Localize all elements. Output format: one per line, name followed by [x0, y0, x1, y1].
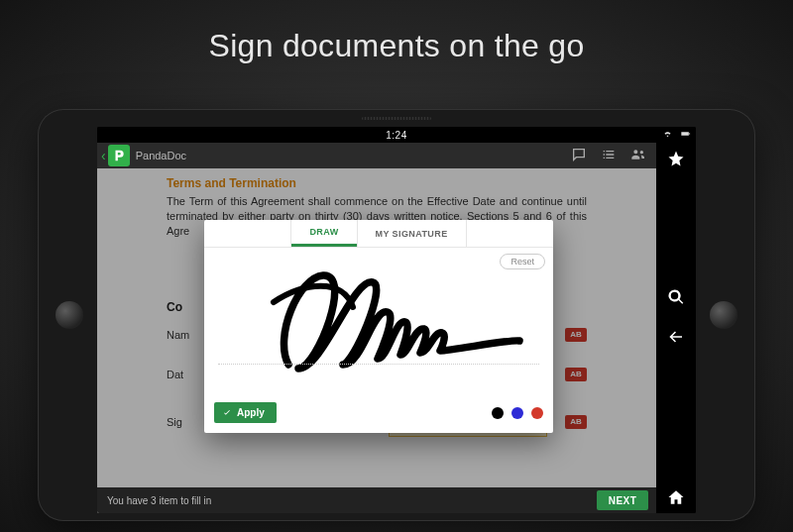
- ink-color-red[interactable]: [531, 407, 543, 419]
- apply-button-label: Apply: [237, 407, 265, 418]
- people-icon[interactable]: [630, 147, 646, 164]
- ink-color-blue[interactable]: [511, 407, 523, 419]
- battery-icon: [679, 129, 692, 141]
- tab-my-signature[interactable]: MY SIGNATURE: [357, 220, 466, 247]
- signature-modal: DRAW MY SIGNATURE Reset Apply: [204, 220, 553, 433]
- hero-title: Sign documents on the go: [0, 0, 793, 64]
- tablet-screen: 1:24 ‹ PandaDoc: [97, 127, 696, 513]
- app-header: ‹ PandaDoc: [97, 143, 656, 168]
- fill-remaining-message: You have 3 item to fill in: [107, 495, 211, 506]
- signature-stroke: [204, 248, 553, 394]
- status-bar: 1:24: [97, 127, 696, 143]
- ink-color-picker: [492, 407, 543, 419]
- status-time: 1:24: [386, 130, 406, 141]
- speaker-grille: [362, 117, 431, 120]
- app-logo: [108, 145, 130, 166]
- signature-canvas[interactable]: Reset: [204, 248, 553, 394]
- search-icon[interactable]: [666, 287, 686, 307]
- next-button[interactable]: NEXT: [597, 490, 648, 510]
- chat-icon[interactable]: [571, 147, 587, 164]
- signature-baseline: [218, 364, 539, 365]
- app-viewport: ‹ PandaDoc Terms and Termination The Ter…: [97, 143, 656, 513]
- apply-button[interactable]: Apply: [214, 402, 277, 423]
- tablet-device-frame: 1:24 ‹ PandaDoc: [38, 109, 755, 521]
- list-icon[interactable]: [601, 147, 617, 164]
- home-icon[interactable]: [666, 487, 686, 507]
- back-button[interactable]: ‹: [101, 148, 106, 163]
- side-button-right: [710, 301, 737, 329]
- back-arrow-icon[interactable]: [666, 327, 686, 347]
- app-title: PandaDoc: [136, 150, 571, 161]
- bottom-bar: You have 3 item to fill in NEXT: [97, 487, 656, 513]
- tab-draw[interactable]: DRAW: [291, 220, 356, 247]
- wifi-icon: [661, 129, 674, 141]
- system-rail: [656, 143, 696, 513]
- side-button-left: [56, 301, 83, 329]
- star-icon[interactable]: [666, 149, 686, 168]
- ink-color-black[interactable]: [492, 407, 504, 419]
